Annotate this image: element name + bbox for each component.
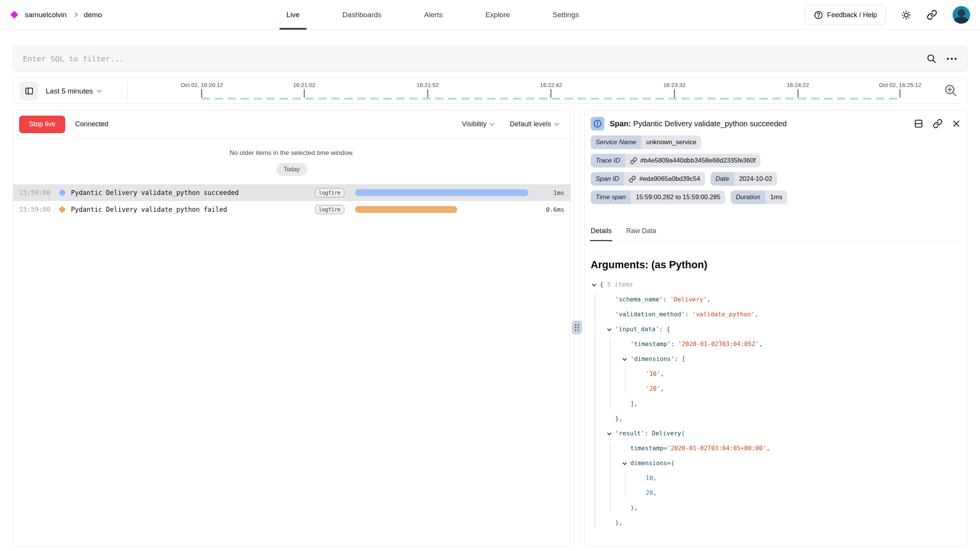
topbar-actions: Feedback / Help <box>805 0 970 30</box>
log-duration: 0.6ms <box>534 206 564 213</box>
open-in-view-icon[interactable] <box>914 119 924 129</box>
default-levels-dropdown[interactable]: Default levels <box>510 120 558 128</box>
log-message: Pydantic Delivery validate_python failed <box>71 206 315 213</box>
timeline-tick-label: 16:22:42 <box>540 82 562 88</box>
tree-line: 'dimensions': [ <box>591 351 961 366</box>
badge-span-id: Span ID #eda9065a0bd39c54 <box>591 172 705 186</box>
scope-tag: logfire <box>315 188 344 197</box>
span-kind-label: Span: <box>610 119 631 128</box>
tab-explore[interactable]: Explore <box>483 0 512 30</box>
duration-bar-track <box>355 206 529 213</box>
theme-toggle-button[interactable] <box>901 10 911 20</box>
link-icon <box>927 10 937 20</box>
tab-settings[interactable]: Settings <box>550 0 581 30</box>
log-duration: 1ms <box>534 189 564 197</box>
logfire-logo-icon <box>10 11 18 19</box>
arguments-heading: Arguments: (as Python) <box>591 259 961 271</box>
timeline-tick-mark <box>900 89 901 98</box>
log-row[interactable]: 15:59:00Pydantic Delivery validate_pytho… <box>13 184 570 201</box>
visibility-label: Visibility <box>462 120 487 128</box>
badge-value: unknown_service <box>641 135 701 149</box>
tab-details[interactable]: Details <box>591 227 612 241</box>
time-range-select[interactable]: Last 5 minutes <box>46 87 101 95</box>
main-nav: LiveDashboardsAlertsExploreSettings <box>284 0 581 30</box>
today-chip[interactable]: Today <box>276 163 307 176</box>
detail-tabs: DetailsRaw Data <box>591 227 961 241</box>
breadcrumb: samuelcolvin demo <box>0 11 102 19</box>
breadcrumb-chevron-icon <box>73 12 78 17</box>
timeline-tick-label: 16:21:52 <box>416 82 439 88</box>
badge-value: 15:59:00.282 to 15:59:00.285 <box>631 190 725 204</box>
timeline-tick-mark <box>304 89 305 98</box>
chevron-down-icon <box>97 88 102 93</box>
tab-alerts[interactable]: Alerts <box>422 0 445 30</box>
no-older-items-message: No older items in the selected time wind… <box>13 149 570 157</box>
sidebar-panel-icon <box>24 86 34 96</box>
tab-raw-data[interactable]: Raw Data <box>626 227 656 241</box>
args-tree: { 5 items'schema_name': 'Delivery','vali… <box>591 277 961 530</box>
span-title-text: Pydantic Delivery validate_python succee… <box>633 119 787 128</box>
splitter-grip-icon[interactable] <box>572 321 582 334</box>
badge-value: 2024-10-02 <box>734 172 777 186</box>
tab-live[interactable]: Live <box>284 0 302 30</box>
expand-chevron-icon[interactable] <box>607 431 611 435</box>
avatar-head <box>958 9 965 17</box>
tree-line: ], <box>591 396 961 411</box>
tree-line: 20, <box>591 485 961 500</box>
tab-dashboards[interactable]: Dashboards <box>340 0 384 30</box>
feedback-help-label: Feedback / Help <box>827 11 877 19</box>
timebar-divider <box>127 82 128 100</box>
stop-live-button[interactable]: Stop live <box>19 116 65 133</box>
tree-line: { 5 items <box>591 277 961 292</box>
visibility-dropdown[interactable]: Visibility <box>462 120 494 128</box>
badge-date: Date2024-10-02 <box>710 172 777 186</box>
expand-chevron-icon[interactable] <box>592 282 596 286</box>
tree-line: 'input_data': { <box>591 322 961 337</box>
expand-chevron-icon[interactable] <box>622 461 627 465</box>
more-options-icon[interactable] <box>946 57 957 61</box>
feedback-help-button[interactable]: Feedback / Help <box>805 5 886 25</box>
breadcrumb-org[interactable]: samuelcolvin <box>25 11 67 19</box>
sql-filter-bar <box>13 46 967 71</box>
span-detail-panel: Span:Pydantic Delivery validate_python s… <box>584 110 967 546</box>
link-icon[interactable] <box>629 176 636 183</box>
copy-link-icon[interactable] <box>933 119 943 129</box>
badge-time-span: Time span15:59:00.282 to 15:59:00.285 <box>591 190 725 204</box>
time-range-label: Last 5 minutes <box>46 87 93 95</box>
default-levels-label: Default levels <box>510 120 551 128</box>
timeline[interactable]: Oct 02, 16:20:1216:21:0216:21:5216:22:42… <box>181 78 921 104</box>
badge-trace-id: Trace ID #b4e5809a440dbb3458e68d2335fe36… <box>591 154 760 168</box>
log-timestamp: 15:59:00 <box>19 206 54 213</box>
timeline-tick-label: 16:24:22 <box>787 82 809 88</box>
log-row[interactable]: 15:59:00Pydantic Delivery validate_pytho… <box>13 201 570 218</box>
breadcrumb-project[interactable]: demo <box>84 11 102 19</box>
badge-label: Service Name <box>591 135 641 149</box>
log-timestamp: 15:59:00 <box>19 189 54 197</box>
tree-line: '10', <box>591 366 961 381</box>
span-title: Span:Pydantic Delivery validate_python s… <box>610 119 909 128</box>
badge-value: #eda9065a0bd39c54 <box>624 172 705 186</box>
expand-chevron-icon[interactable] <box>622 356 627 361</box>
tree-line: '20', <box>591 381 961 396</box>
search-icon[interactable] <box>926 53 937 64</box>
chevron-down-icon <box>490 121 495 126</box>
user-avatar[interactable] <box>953 6 970 24</box>
badge-value: 1ms <box>765 190 787 204</box>
timeline-dash-line <box>202 98 900 100</box>
expand-chevron-icon[interactable] <box>607 327 611 331</box>
toggle-sidebar-button[interactable] <box>20 82 38 100</box>
link-icon[interactable] <box>630 157 637 164</box>
tree-line: ), <box>591 515 961 530</box>
timeline-tick-label: Oct 02, 16:25:12 <box>879 82 921 88</box>
sql-filter-input[interactable] <box>13 54 926 63</box>
duration-bar <box>355 206 458 213</box>
share-link-button[interactable] <box>927 10 937 20</box>
close-icon[interactable] <box>952 119 961 128</box>
badge-label: Span ID <box>591 172 624 186</box>
live-panel-header: Stop live Connected Visibility Default l… <box>13 110 570 139</box>
badge-label: Duration <box>731 190 765 204</box>
timeline-tick-label: 16:23:32 <box>663 82 685 88</box>
tree-line: dimensions=( <box>591 456 961 470</box>
zoom-in-button[interactable] <box>943 83 958 98</box>
tree-line: 'timestamp': '2020-01-02T03:04:05Z', <box>591 337 961 351</box>
